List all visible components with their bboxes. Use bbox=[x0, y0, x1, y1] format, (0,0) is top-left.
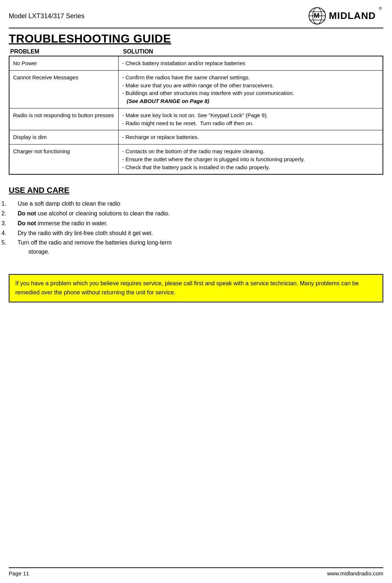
problem-cell: Radio is not responding to button presse… bbox=[9, 108, 118, 130]
table-row: Radio is not responding to button presse… bbox=[9, 108, 383, 130]
table-row: Charger not functioning - Contacts on th… bbox=[9, 144, 383, 175]
list-num: 5. bbox=[9, 238, 16, 247]
list-text: immerse the radio in water. bbox=[36, 220, 108, 226]
list-num: 2. bbox=[9, 209, 16, 218]
list-num: 4. bbox=[9, 229, 16, 238]
problem-cell: Display is dim bbox=[9, 130, 118, 144]
use-and-care-section: USE AND CARE 1. Use a soft damp cloth to… bbox=[9, 186, 383, 257]
list-text: Use a soft damp cloth to clean the radio bbox=[17, 201, 120, 207]
solution-line-2: - Make sure that you are within range of… bbox=[122, 82, 274, 88]
highlight-box: If you have a problem which you believe … bbox=[9, 274, 383, 302]
troubleshooting-table: No Power - Check battery installation an… bbox=[9, 56, 383, 175]
midland-logo: M MIDLAND ® bbox=[308, 7, 383, 25]
list-text: Dry the radio with dry lint-free cloth s… bbox=[17, 230, 153, 236]
logo-area: M MIDLAND ® bbox=[308, 7, 383, 25]
table-row: Cannot Receive Messages - Confirm the ra… bbox=[9, 70, 383, 108]
solution-cell: - Recharge or replace batteries. bbox=[118, 130, 383, 144]
highlight-text: If you have a problem which you believe … bbox=[15, 280, 359, 296]
list-text: use alcohol or cleaning solutions to cle… bbox=[36, 210, 170, 217]
list-item: 1. Use a soft damp cloth to clean the ra… bbox=[9, 199, 383, 209]
list-text-continued: storage. bbox=[16, 249, 50, 255]
list-text: Turn off the radio and remove the batter… bbox=[17, 239, 171, 246]
solution-line-2: - Ensure the outlet where the charger is… bbox=[122, 156, 305, 162]
problem-header: PROBLEM bbox=[9, 48, 122, 56]
table-row: Display is dim - Recharge or replace bat… bbox=[9, 130, 383, 144]
solution-line-1: - Make sure key lock is not on. See "Key… bbox=[122, 112, 268, 118]
solution-header: SOLUTION bbox=[122, 48, 383, 56]
bold-do-not: Do not bbox=[17, 210, 36, 217]
solution-line-2: - Radio might need to be reset. Turn rad… bbox=[122, 120, 254, 126]
problem-cell: Cannot Receive Messages bbox=[9, 70, 118, 108]
solution-line-4: (See ABOUT RANGE on Page 8) bbox=[122, 98, 209, 104]
problem-text: Radio is not responding to button presse… bbox=[13, 112, 114, 118]
table-row: No Power - Check battery installation an… bbox=[9, 56, 383, 70]
solution-cell: - Check battery installation and/or repl… bbox=[118, 56, 383, 70]
list-item: 5. Turn off the radio and remove the bat… bbox=[9, 238, 383, 257]
problem-text: No Power bbox=[13, 60, 37, 66]
model-title: Model LXT314/317 Series bbox=[9, 12, 84, 20]
page-title: TROUBLESHOOTING GUIDE bbox=[9, 32, 383, 45]
problem-text: Display is dim bbox=[13, 134, 47, 140]
bold-do-not: Do not bbox=[17, 220, 36, 226]
list-num: 3. bbox=[9, 219, 16, 228]
svg-text:®: ® bbox=[379, 7, 382, 11]
list-item: 4. Dry the radio with dry lint-free clot… bbox=[9, 229, 383, 238]
list-item: 2. Do not use alcohol or cleaning soluti… bbox=[9, 209, 383, 218]
svg-text:M: M bbox=[314, 12, 320, 19]
page: Model LXT314/317 Series M MIDLAND ® TROU… bbox=[0, 0, 392, 583]
website: www.midlandradio.com bbox=[327, 570, 383, 576]
solution-line-3: - Check that the battery pack is install… bbox=[122, 164, 270, 170]
list-num: 1. bbox=[9, 199, 16, 209]
solution-text: - Check battery installation and/or repl… bbox=[122, 60, 246, 66]
svg-text:MIDLAND: MIDLAND bbox=[329, 10, 376, 21]
problem-text: Cannot Receive Messages bbox=[13, 74, 78, 80]
solution-cell: - Confirm the radios have the same chann… bbox=[118, 70, 383, 108]
problem-text: Charger not functioning bbox=[13, 148, 70, 154]
problem-cell: No Power bbox=[9, 56, 118, 70]
footer: Page 11 www.midlandradio.com bbox=[9, 567, 383, 576]
solution-line-1: - Confirm the radios have the same chann… bbox=[122, 74, 250, 80]
use-care-title: USE AND CARE bbox=[9, 186, 383, 195]
solution-line-3: - Buildings and other structures may int… bbox=[122, 90, 294, 96]
table-header: PROBLEM SOLUTION bbox=[9, 48, 383, 56]
solution-text: - Recharge or replace batteries. bbox=[122, 134, 199, 140]
solution-cell: - Make sure key lock is not on. See "Key… bbox=[118, 108, 383, 130]
page-number: Page 11 bbox=[9, 570, 29, 576]
list-item: 3. Do not immerse the radio in water. bbox=[9, 219, 383, 228]
use-care-list: 1. Use a soft damp cloth to clean the ra… bbox=[9, 199, 383, 257]
problem-cell: Charger not functioning bbox=[9, 144, 118, 175]
solution-line-1: - Contacts on the bottom of the radio ma… bbox=[122, 148, 265, 154]
header: Model LXT314/317 Series M MIDLAND ® bbox=[9, 7, 383, 28]
solution-cell: - Contacts on the bottom of the radio ma… bbox=[118, 144, 383, 175]
